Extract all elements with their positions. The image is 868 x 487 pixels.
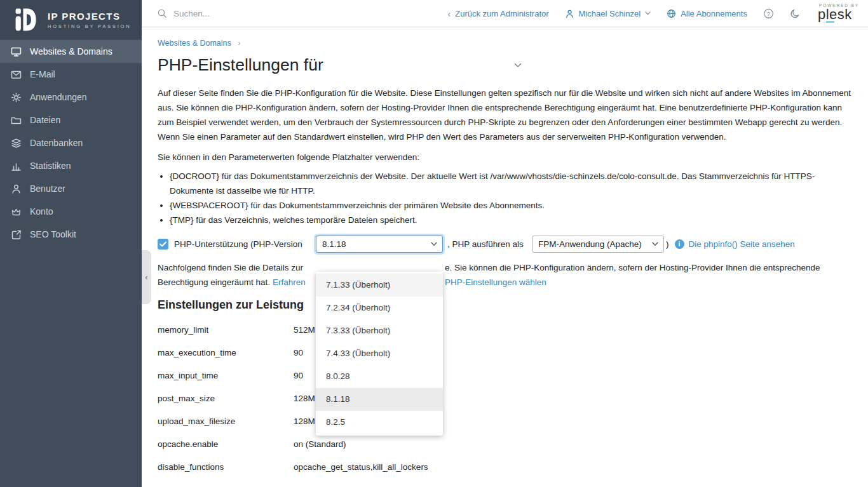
plesk-logo[interactable]: POWERED BY plesk	[818, 3, 859, 23]
php-version-label: (PHP-Version	[250, 239, 302, 249]
closing-paren: )	[666, 239, 669, 249]
sidebar-item-label: E-Mail	[30, 69, 55, 79]
main-content: Websites & Domains › PHP-Einstellungen f…	[142, 27, 868, 487]
sidebar-item-benutzer[interactable]: Benutzer	[0, 177, 142, 200]
intro-text: Auf dieser Seite finden Sie die PHP-Konf…	[158, 86, 851, 144]
dropdown-option[interactable]: 8.2.5	[316, 411, 443, 434]
chevron-down-icon	[652, 242, 658, 246]
globe-icon	[667, 9, 676, 18]
sidebar-item-label: SEO Toolkit	[30, 229, 76, 239]
placeholders-intro-text: Sie können in den Parameterwerten folgen…	[158, 150, 851, 164]
page-title: PHP-Einstellungen für	[158, 55, 851, 75]
setting-name: opcache.enable	[158, 439, 294, 449]
database-icon	[11, 138, 22, 149]
table-row: max_input_time 90	[158, 364, 851, 387]
dropdown-option[interactable]: 7.3.33 (Überholt)	[316, 319, 443, 342]
placeholder-webspaceroot: {WEBSPACEROOT} für das Dokumentstammverz…	[170, 198, 851, 213]
performance-settings-title: Einstellungen zur Leistung	[158, 298, 851, 312]
choose-php-settings-link[interactable]: PHP-Einstellungen wählen	[445, 275, 546, 290]
breadcrumb-websites-domains-link[interactable]: Websites & Domains	[158, 39, 231, 48]
sidebar-item-label: Websites & Domains	[30, 46, 112, 57]
sidebar-item-label: Dateien	[30, 115, 60, 125]
sidebar-item-email[interactable]: E-Mail	[0, 63, 142, 86]
setting-name: disable_functions	[158, 462, 294, 472]
php-support-row: PHP-Unterstützung (PHP-Version 8.1.18 , …	[158, 235, 851, 253]
table-row: post_max_size 128M	[158, 387, 851, 410]
dropdown-option[interactable]: 8.1.18	[316, 388, 443, 411]
seo-chart-icon	[11, 229, 22, 240]
details-text: Nachfolgend finden Sie die Details zur e…	[158, 260, 851, 290]
placeholder-docroot: {DOCROOT} für das Dokumentstammverzeichn…	[170, 169, 851, 198]
sidebar-item-statistiken[interactable]: Statistiken	[0, 154, 142, 177]
breadcrumb-separator-icon: ›	[238, 39, 240, 48]
dropdown-option[interactable]: 7.4.33 (Überholt)	[316, 342, 443, 365]
php-support-label: PHP-Unterstützung	[174, 239, 248, 249]
search-input[interactable]	[173, 9, 377, 18]
setting-name: memory_limit	[158, 325, 294, 335]
setting-value: 90	[294, 348, 303, 357]
learn-more-link[interactable]: Erfahren	[273, 277, 306, 287]
sidebar-item-websites-domains[interactable]: Websites & Domains	[0, 40, 142, 63]
mail-icon	[11, 69, 22, 80]
setting-name: max_execution_time	[158, 348, 294, 357]
sidebar-item-seo-toolkit[interactable]: SEO Toolkit	[0, 223, 142, 246]
sidebar: IP PROJECTS HOSTING BY PASSION Websites …	[0, 0, 142, 487]
crown-icon	[11, 206, 22, 217]
sidebar-item-label: Anwendungen	[30, 92, 87, 102]
setting-value: 128M	[294, 394, 315, 403]
breadcrumb: Websites & Domains ›	[158, 39, 851, 48]
logo-title: IP PROJECTS	[48, 11, 131, 22]
ip-projects-logo[interactable]: IP PROJECTS HOSTING BY PASSION	[0, 0, 142, 39]
setting-value: opcache_get_status,kill_all_lockers	[294, 462, 428, 472]
ip-projects-logo-icon	[13, 6, 41, 34]
table-row: opcache.enable on (Standard)	[158, 432, 851, 455]
php-version-select[interactable]: 8.1.18	[316, 236, 443, 253]
user-icon	[11, 183, 22, 194]
table-row: upload_max_filesize 128M	[158, 410, 851, 432]
phpinfo-link[interactable]: Die phpinfo() Seite ansehen	[689, 239, 795, 249]
dropdown-option[interactable]: 7.1.33 (Überholt)	[316, 274, 443, 297]
setting-name: post_max_size	[158, 394, 294, 403]
search-icon	[157, 8, 167, 18]
setting-value: 512M	[294, 325, 315, 335]
placeholder-tmp: {TMP} für das Verzeichnis, welches tempo…	[170, 213, 851, 227]
chevron-left-icon: ‹	[447, 9, 451, 18]
gear-icon	[11, 92, 22, 103]
user-menu[interactable]: Michael Schinzel	[565, 9, 651, 18]
php-support-checkbox[interactable]	[158, 239, 168, 250]
domain-selector-chevron-icon[interactable]	[514, 63, 522, 68]
php-handler-select[interactable]: FPM-Anwendung (Apache)	[532, 236, 664, 253]
php-version-dropdown: 7.1.33 (Überholt) 7.2.34 (Überholt) 7.3.…	[316, 272, 443, 436]
sidebar-collapse-handle[interactable]: ‹	[142, 250, 151, 304]
setting-name: max_input_time	[158, 371, 294, 380]
dropdown-option[interactable]: 8.0.28	[316, 365, 443, 388]
dark-mode-moon-icon[interactable]	[790, 8, 801, 19]
info-icon: i	[675, 239, 684, 249]
logo-subtitle: HOSTING BY PASSION	[48, 23, 131, 29]
back-to-administrator-link[interactable]: ‹ Zurück zum Administrator	[447, 9, 548, 18]
sidebar-item-dateien[interactable]: Dateien	[0, 109, 142, 131]
table-row: disable_functions opcache_get_status,kil…	[158, 455, 851, 478]
php-run-as-label: , PHP ausführen als	[443, 239, 532, 249]
stats-icon	[11, 161, 22, 171]
setting-value: 128M	[294, 417, 315, 426]
svg-text:?: ?	[767, 10, 770, 17]
sidebar-item-label: Statistiken	[30, 161, 71, 171]
sidebar-item-konto[interactable]: Konto	[0, 200, 142, 223]
person-icon	[565, 9, 574, 18]
help-icon[interactable]: ?	[763, 8, 774, 19]
sidebar-item-datenbanken[interactable]: Datenbanken	[0, 131, 142, 154]
sidebar-item-label: Benutzer	[30, 183, 65, 194]
placeholders-list: {DOCROOT} für das Dokumentstammverzeichn…	[158, 169, 851, 227]
monitor-icon	[11, 46, 22, 57]
sidebar-item-label: Datenbanken	[30, 138, 83, 148]
check-icon	[159, 241, 166, 247]
all-subscriptions-link[interactable]: Alle Abonnements	[667, 9, 747, 18]
global-search	[157, 8, 447, 18]
dropdown-option[interactable]: 7.2.34 (Überholt)	[316, 297, 443, 319]
sidebar-item-anwendungen[interactable]: Anwendungen	[0, 86, 142, 109]
settings-table: memory_limit 512M max_execution_time 90 …	[158, 318, 851, 478]
setting-value: 90	[294, 371, 303, 380]
table-row: max_execution_time 90	[158, 341, 851, 364]
sidebar-item-label: Konto	[30, 206, 53, 217]
